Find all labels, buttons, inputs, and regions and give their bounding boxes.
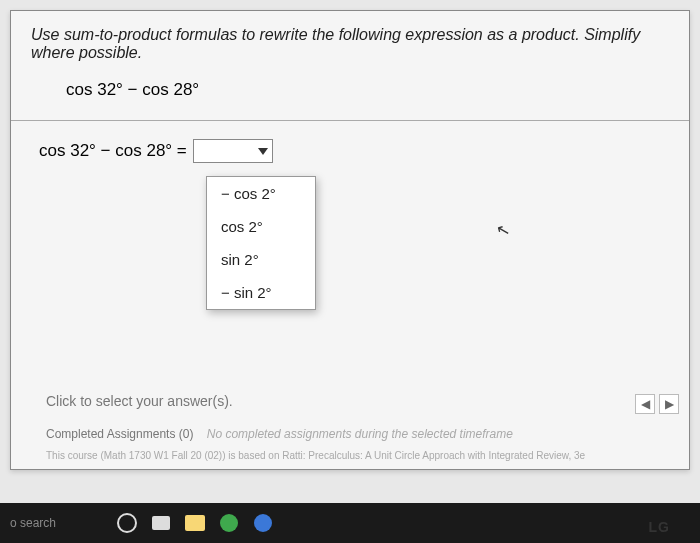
app-icon-green[interactable] — [216, 510, 242, 536]
equation-lhs: cos 32° − cos 28° = — [39, 141, 187, 161]
dropdown-option[interactable]: − sin 2° — [207, 276, 315, 309]
answer-dropdown: − cos 2° cos 2° sin 2° − sin 2° — [206, 176, 316, 310]
taskbar: o search — [0, 503, 700, 543]
chevron-down-icon — [258, 148, 268, 155]
explorer-icon[interactable] — [182, 510, 208, 536]
prev-button[interactable]: ◀ — [635, 394, 655, 414]
dropdown-option[interactable]: sin 2° — [207, 243, 315, 276]
question-panel: Use sum-to-product formulas to rewrite t… — [10, 10, 690, 470]
completed-assignments-row: Completed Assignments (0) No completed a… — [46, 427, 513, 441]
next-button[interactable]: ▶ — [659, 394, 679, 414]
divider — [11, 120, 689, 121]
nav-arrows: ◀ ▶ — [635, 394, 679, 414]
taskview-icon[interactable] — [148, 510, 174, 536]
cursor-icon: ↖ — [494, 220, 511, 242]
answer-row: cos 32° − cos 28° = — [39, 139, 669, 163]
app-icon-blue[interactable] — [250, 510, 276, 536]
completed-subtext: No completed assignments during the sele… — [207, 427, 513, 441]
dropdown-option[interactable]: − cos 2° — [207, 177, 315, 210]
cortana-icon[interactable] — [114, 510, 140, 536]
expression-display: cos 32° − cos 28° — [66, 80, 669, 100]
taskbar-search-text[interactable]: o search — [10, 516, 56, 530]
answer-select[interactable] — [193, 139, 273, 163]
monitor-brand: LG — [649, 519, 670, 535]
completed-label[interactable]: Completed Assignments (0) — [46, 427, 193, 441]
answer-hint: Click to select your answer(s). — [46, 393, 233, 409]
dropdown-option[interactable]: cos 2° — [207, 210, 315, 243]
instruction-text: Use sum-to-product formulas to rewrite t… — [31, 26, 669, 62]
course-info: This course (Math 1730 W1 Fall 20 (02)) … — [46, 450, 585, 461]
